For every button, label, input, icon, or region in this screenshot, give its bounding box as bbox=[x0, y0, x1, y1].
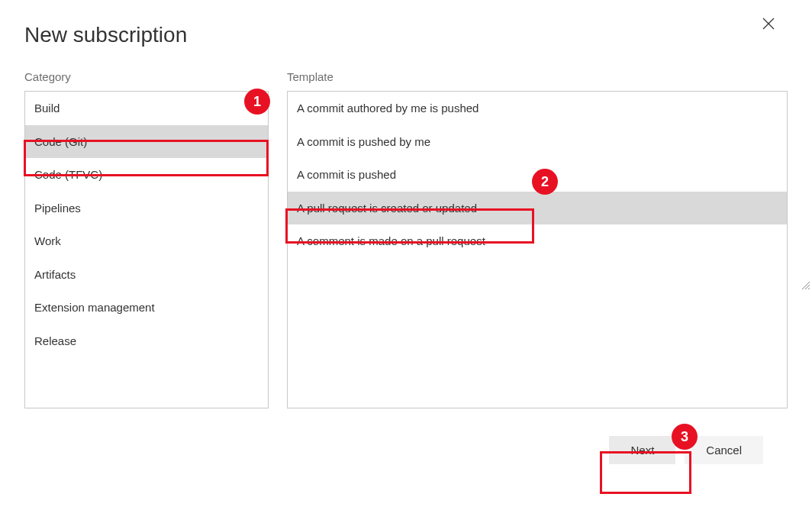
resize-grip-icon bbox=[800, 279, 810, 290]
category-item[interactable]: Release bbox=[25, 324, 268, 358]
new-subscription-dialog: New subscription Category BuildCode (Git… bbox=[0, 0, 812, 510]
category-item[interactable]: Build bbox=[25, 92, 268, 125]
template-listbox[interactable]: A commit authored by me is pushedA commi… bbox=[287, 91, 788, 408]
next-button[interactable]: Next bbox=[609, 436, 675, 464]
cancel-button[interactable]: Cancel bbox=[685, 436, 763, 464]
template-column: Template A commit authored by me is push… bbox=[287, 70, 788, 408]
close-button[interactable] bbox=[762, 17, 775, 31]
category-column: Category BuildCode (Git)Code (TFVC)Pipel… bbox=[24, 70, 269, 408]
template-label: Template bbox=[287, 70, 788, 83]
category-item[interactable]: Code (Git) bbox=[25, 125, 268, 159]
category-item[interactable]: Pipelines bbox=[25, 192, 268, 225]
svg-line-4 bbox=[808, 288, 810, 289]
category-item[interactable]: Code (TFVC) bbox=[25, 158, 268, 192]
template-item[interactable]: A commit authored by me is pushed bbox=[288, 92, 787, 125]
close-icon bbox=[762, 18, 775, 30]
category-label: Category bbox=[24, 70, 269, 83]
template-item[interactable]: A commit is pushed bbox=[288, 158, 787, 192]
columns-wrapper: Category BuildCode (Git)Code (TFVC)Pipel… bbox=[24, 70, 788, 408]
template-item[interactable]: A pull request is created or updated bbox=[288, 192, 787, 225]
category-item[interactable]: Work bbox=[25, 224, 268, 258]
dialog-title: New subscription bbox=[24, 23, 788, 47]
template-item[interactable]: A comment is made on a pull request bbox=[288, 224, 787, 258]
category-listbox[interactable]: BuildCode (Git)Code (TFVC)PipelinesWorkA… bbox=[24, 91, 269, 408]
button-row: Next Cancel bbox=[24, 436, 788, 464]
category-item[interactable]: Artifacts bbox=[25, 258, 268, 292]
template-item[interactable]: A commit is pushed by me bbox=[288, 125, 787, 159]
category-item[interactable]: Extension management bbox=[25, 291, 268, 324]
